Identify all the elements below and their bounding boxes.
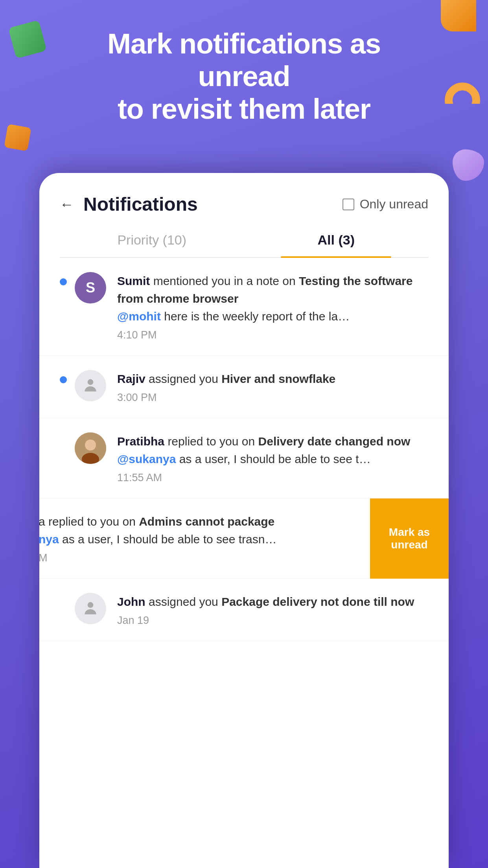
decoration-purple-blob [453, 149, 484, 181]
back-button[interactable]: ← [60, 196, 74, 213]
notification-item[interactable]: John assigned you Package delivery not d… [39, 579, 449, 641]
notification-text-area: a replied to you on Admins cannot packag… [39, 513, 350, 564]
notification-time: Jan 19 [117, 614, 428, 627]
person-icon [82, 377, 99, 394]
notification-time: 4:10 PM [117, 329, 428, 341]
sender-name: Rajiv [117, 372, 145, 385]
unread-indicator [60, 376, 67, 383]
notification-content: Pratibha replied to you on Delivery date… [117, 432, 428, 484]
sender-name: Pratibha [117, 435, 164, 448]
notification-content: Rajiv assigned you Hiver and snowflake 3… [117, 370, 428, 404]
notification-time: 3:00 PM [117, 392, 428, 404]
notification-content-swiped: a replied to you on Admins cannot packag… [39, 498, 370, 579]
notification-text: a replied to you on Admins cannot packag… [39, 513, 350, 548]
notifications-list: S Sumit mentioned you in a note on Testi… [39, 258, 449, 641]
sender-name: John [117, 595, 145, 608]
tabs-bar: Priority (10) All (3) [60, 224, 428, 258]
hero-text: Mark notifications as unread to revisit … [0, 28, 488, 125]
notification-item-swiped[interactable]: a replied to you on Admins cannot packag… [39, 498, 449, 579]
only-unread-checkbox[interactable] [343, 199, 354, 210]
decoration-orange-top [441, 0, 476, 31]
notification-item[interactable]: Rajiv assigned you Hiver and snowflake 3… [39, 356, 449, 418]
notification-item[interactable]: Pratibha replied to you on Delivery date… [39, 418, 449, 498]
notification-text: Pratibha replied to you on Delivery date… [117, 432, 428, 468]
avatar [75, 370, 106, 401]
avatar [75, 593, 106, 624]
notification-time: M [39, 552, 350, 564]
notification-content: John assigned you Package delivery not d… [117, 593, 428, 627]
notification-item[interactable]: S Sumit mentioned you in a note on Testi… [39, 258, 449, 356]
phone-card: ← Notifications Only unread Priority (10… [39, 173, 449, 868]
svg-point-0 [88, 379, 94, 385]
notification-content: Sumit mentioned you in a note on Testing… [117, 272, 428, 341]
tab-priority[interactable]: Priority (10) [60, 224, 244, 257]
svg-point-7 [88, 602, 94, 608]
header-left: ← Notifications [60, 193, 198, 215]
svg-point-2 [85, 440, 96, 451]
avatar: S [75, 272, 106, 303]
notification-text: John assigned you Package delivery not d… [117, 593, 428, 611]
decoration-orange-cube [4, 124, 31, 151]
page-title: Notifications [83, 193, 198, 215]
notifications-header: ← Notifications Only unread [39, 173, 449, 224]
person-icon [82, 600, 99, 617]
tab-all[interactable]: All (3) [244, 224, 429, 257]
sender-name: Sumit [117, 274, 150, 287]
notification-text: Sumit mentioned you in a note on Testing… [117, 272, 428, 325]
mark-as-unread-button[interactable]: Mark as unread [370, 498, 449, 579]
avatar [75, 432, 106, 464]
unread-indicator [60, 278, 67, 285]
only-unread-label: Only unread [360, 197, 428, 211]
notification-text: Rajiv assigned you Hiver and snowflake [117, 370, 428, 388]
avatar-photo [75, 432, 106, 464]
notification-time: 11:55 AM [117, 472, 428, 484]
only-unread-toggle[interactable]: Only unread [343, 197, 428, 211]
